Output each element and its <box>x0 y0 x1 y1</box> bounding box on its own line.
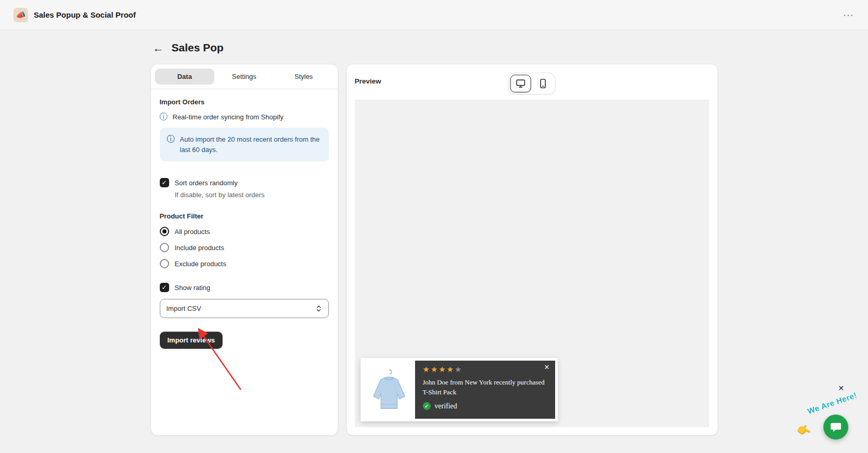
banner-text: Auto import the 20 most recent orders fr… <box>180 134 322 155</box>
popup-product-image <box>363 361 415 419</box>
radio-include-products-row[interactable]: Include products <box>160 243 329 252</box>
verified-row: verified <box>423 402 547 410</box>
popup-message: John Doe from New York recently purchase… <box>423 378 547 397</box>
tab-data[interactable]: Data <box>155 68 215 85</box>
show-rating-label: Show rating <box>175 284 211 292</box>
pointing-hand-icon: 👉 <box>795 421 814 440</box>
preview-panel: Preview <box>347 64 718 435</box>
stars-empty: ★ <box>454 365 462 374</box>
popup-close-icon[interactable]: ✕ <box>544 363 550 371</box>
page-title: Sales Pop <box>172 42 224 54</box>
preview-header: Preview <box>355 73 709 94</box>
info-icon: ⓘ <box>160 113 168 121</box>
settings-panel: Data Settings Styles Import Orders ⓘ Rea… <box>151 64 338 435</box>
tab-settings[interactable]: Settings <box>214 68 274 85</box>
verified-check-icon <box>423 402 431 410</box>
sales-popup-preview: ★★★★★ John Doe from New York recently pu… <box>361 358 558 421</box>
banner-info-icon: ⓘ <box>167 135 175 143</box>
import-reviews-button[interactable]: Import reviews <box>160 332 223 349</box>
radio-include-products[interactable] <box>160 243 169 252</box>
tab-styles[interactable]: Styles <box>274 68 334 85</box>
sync-note-text: Real-time order syncing from Shopify <box>173 113 284 121</box>
auto-import-banner: ⓘ Auto import the 20 most recent orders … <box>160 128 329 161</box>
radio-all-products[interactable] <box>160 227 169 236</box>
radio-exclude-products[interactable] <box>160 259 169 268</box>
popup-message-text: John Doe from New York recently purchase… <box>423 378 545 386</box>
chat-tooltip: We Are Here! <box>806 390 858 415</box>
radio-exclude-products-label: Exclude products <box>175 260 227 268</box>
product-filter-heading: Product Filter <box>160 212 329 220</box>
chat-bubble-icon <box>830 421 842 433</box>
chat-close-icon[interactable]: ✕ <box>838 384 844 392</box>
radio-all-products-label: All products <box>175 228 210 236</box>
app-logo-icon: 📣 <box>13 8 28 22</box>
mobile-preview-button[interactable] <box>533 75 554 92</box>
preview-canvas: ★★★★★ John Doe from New York recently pu… <box>355 100 709 427</box>
device-toggle <box>508 73 556 94</box>
topbar: 📣 Sales Popup & Social Proof ⋯ <box>0 0 868 30</box>
sort-orders-label: Sort orders randomly <box>175 179 238 187</box>
import-source-select[interactable]: Import CSV <box>160 299 329 318</box>
show-rating-checkbox[interactable] <box>160 283 169 292</box>
sweater-image <box>366 367 412 413</box>
chat-launcher-button[interactable] <box>823 415 848 440</box>
desktop-preview-button[interactable] <box>511 75 531 92</box>
rating-stars: ★★★★★ <box>423 366 547 374</box>
popup-body: ★★★★★ John Doe from New York recently pu… <box>415 361 555 419</box>
app-title: Sales Popup & Social Proof <box>34 10 136 19</box>
page-header: ← Sales Pop <box>151 36 718 64</box>
stars-filled: ★★★★ <box>423 365 455 374</box>
mobile-icon <box>538 78 549 89</box>
select-updown-icon <box>315 305 322 312</box>
chat-widget: ✕ We Are Here! 👉 <box>771 377 862 447</box>
import-source-select-value: Import CSV <box>167 305 201 312</box>
sync-note: ⓘ Real-time order syncing from Shopify <box>160 113 329 121</box>
radio-exclude-products-row[interactable]: Exclude products <box>160 259 329 268</box>
sort-orders-checkbox-row[interactable]: Sort orders randomly <box>160 178 329 187</box>
tab-bar: Data Settings Styles <box>151 64 338 89</box>
verified-label: verified <box>435 402 458 410</box>
radio-include-products-label: Include products <box>175 244 224 252</box>
sort-orders-help: If disable, sort by latest orders <box>175 191 329 199</box>
back-button[interactable]: ← <box>153 43 164 53</box>
show-rating-checkbox-row[interactable]: Show rating <box>160 283 329 292</box>
page-content: ← Sales Pop Data Settings Styles Import … <box>151 36 718 435</box>
import-orders-heading: Import Orders <box>160 98 329 106</box>
sort-orders-checkbox[interactable] <box>160 178 169 187</box>
overflow-menu-icon[interactable]: ⋯ <box>843 10 855 20</box>
popup-product-name: T-Shirt Pack <box>423 388 457 396</box>
desktop-icon <box>515 78 527 89</box>
radio-all-products-row[interactable]: All products <box>160 227 329 236</box>
